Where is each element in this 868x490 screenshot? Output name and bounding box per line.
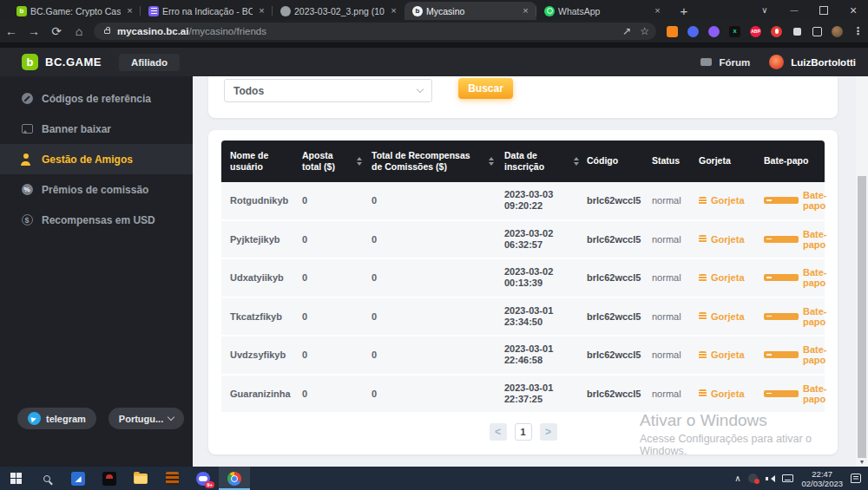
chat-link[interactable]: Bate-papo xyxy=(764,306,818,327)
page-scrollbar[interactable]: ▼ xyxy=(856,76,868,467)
maximize-button[interactable] xyxy=(809,0,838,20)
cell-rewards: 0 xyxy=(372,234,504,245)
taskbar-cheat-engine-app[interactable] xyxy=(156,467,187,490)
system-tray: ∧ 22:4702/03/2023 xyxy=(734,469,868,488)
minimize-button[interactable] xyxy=(779,0,809,20)
forward-icon[interactable]: → xyxy=(23,24,45,38)
tab-mycasino-active[interactable]: b Mycasino xyxy=(404,2,536,20)
folder-icon xyxy=(134,474,148,484)
menu-dots-icon[interactable]: ⋮ xyxy=(852,26,864,37)
share-icon[interactable]: ↗ xyxy=(622,25,631,37)
taskbar-game-app[interactable] xyxy=(94,467,125,490)
tip-link[interactable]: Gorjeta xyxy=(699,350,764,360)
sidebar-item-usd-rewards[interactable]: $ Recompensas em USD xyxy=(0,205,193,235)
prev-page-button[interactable]: < xyxy=(490,423,507,441)
side-panel-icon[interactable] xyxy=(812,27,822,36)
recorder-tray-icon[interactable] xyxy=(748,474,758,483)
profile-avatar[interactable] xyxy=(832,26,843,37)
chat-link[interactable]: Bate-papo xyxy=(764,267,818,288)
cell-code: brlc62wccl5 xyxy=(587,311,652,322)
address-bar[interactable]: mycasino.bc.ai/mycasino/friends ↗ ☆ xyxy=(94,23,656,40)
search-button[interactable]: Buscar xyxy=(458,78,513,99)
language-selector[interactable]: Portugu... xyxy=(108,408,184,429)
extensions-puzzle-icon[interactable] xyxy=(792,26,803,37)
metamask-icon[interactable] xyxy=(667,26,678,37)
close-icon[interactable] xyxy=(256,5,267,16)
tab-whatsapp[interactable]: WhatsApp xyxy=(536,2,668,20)
cheat-engine-icon xyxy=(166,472,179,485)
url-domain: mycasino.bc.ai xyxy=(117,26,188,36)
sidebar-item-referral-codes[interactable]: Códigos de referência xyxy=(0,83,193,114)
close-icon[interactable] xyxy=(652,5,663,16)
reload-icon[interactable]: ⟳ xyxy=(45,24,68,38)
sidebar-item-friends-management[interactable]: Gestão de Amigos xyxy=(0,144,193,174)
scrollbar-down-arrow-icon[interactable]: ▼ xyxy=(856,458,868,467)
taskbar-amd-app[interactable]: ◢ xyxy=(62,467,94,490)
tab-bcgame[interactable]: b BC.Game: Crypto Casino Gam xyxy=(9,2,141,20)
tip-link[interactable]: Gorjeta xyxy=(699,195,764,206)
user-avatar[interactable] xyxy=(769,55,784,69)
forum-link[interactable]: Fórum xyxy=(719,57,750,68)
new-tab-button[interactable]: + xyxy=(674,3,694,20)
column-header-rewards[interactable]: Total de Recompensas de Comissões ($) xyxy=(372,150,478,173)
hand-extension-icon[interactable] xyxy=(771,26,782,37)
start-button[interactable] xyxy=(0,467,31,490)
blue-extension-icon[interactable] xyxy=(687,26,699,37)
tray-expand-icon[interactable]: ∧ xyxy=(734,474,740,483)
bookmark-star-icon[interactable]: ☆ xyxy=(640,25,649,37)
tip-link[interactable]: Gorjeta xyxy=(699,311,764,322)
taskbar-chrome-app[interactable] xyxy=(219,467,250,490)
scrollbar-thumb[interactable] xyxy=(858,176,866,458)
tab-search-chevron-icon[interactable] xyxy=(750,0,779,20)
column-header-bet[interactable]: Aposta total ($) xyxy=(302,150,347,173)
tip-link[interactable]: Gorjeta xyxy=(699,389,764,399)
notification-center-icon[interactable] xyxy=(851,474,861,483)
taskbar-search-button[interactable] xyxy=(31,467,62,490)
next-page-button[interactable]: > xyxy=(540,423,557,441)
chat-link[interactable]: Bate-papo xyxy=(764,344,818,365)
sort-icon[interactable] xyxy=(478,154,504,168)
cell-code: brlc62wccl5 xyxy=(587,272,652,283)
sort-icon[interactable] xyxy=(347,154,372,168)
keyboard-icon[interactable] xyxy=(782,474,793,482)
main-area: Códigos de referência Banner baixar Gest… xyxy=(0,76,868,467)
close-window-button[interactable] xyxy=(838,0,868,20)
type-select[interactable]: Todos xyxy=(224,79,432,102)
url-text: mycasino.bc.ai/mycasino/friends xyxy=(117,26,614,36)
table-row: Rotgudnikyb 0 0 2023-03-0309:20:22 brlc6… xyxy=(221,182,825,221)
speaker-icon[interactable] xyxy=(766,474,774,483)
adblock-icon[interactable]: ABP xyxy=(750,26,761,37)
tab-erro-indicacao[interactable]: Erro na Indicação - BC.Game xyxy=(141,2,273,20)
tab-png-file[interactable]: 2023-03-02_3.png (1024×76 xyxy=(273,2,404,20)
home-icon[interactable]: ⌂ xyxy=(68,24,90,38)
chat-link[interactable]: Bate-papo xyxy=(764,229,818,250)
green-x-extension-icon[interactable]: X xyxy=(729,26,740,37)
taskbar-discord-app[interactable]: 9+ xyxy=(187,467,219,490)
column-header-date[interactable]: Data de inscrição xyxy=(504,150,565,173)
purple-extension-icon[interactable] xyxy=(708,26,720,37)
close-icon[interactable] xyxy=(520,5,531,16)
tip-link[interactable]: Gorjeta xyxy=(699,272,764,283)
sidebar-item-banner-download[interactable]: Banner baixar xyxy=(0,114,193,144)
telegram-button[interactable]: telegram xyxy=(17,408,96,429)
chat-link[interactable]: Bate-papo xyxy=(764,190,818,211)
affiliate-button[interactable]: Afiliado xyxy=(119,54,180,71)
link-icon xyxy=(21,93,33,105)
sort-icon[interactable] xyxy=(565,154,587,168)
clock-date: 02/03/2023 xyxy=(801,479,843,488)
chat-bubble-icon xyxy=(764,236,799,243)
bcgame-logo[interactable]: b xyxy=(22,54,38,70)
back-icon[interactable]: ← xyxy=(0,24,23,38)
cell-bet: 0 xyxy=(302,272,372,283)
cell-rewards: 0 xyxy=(372,350,504,360)
tip-link[interactable]: Gorjeta xyxy=(699,234,764,245)
page-number-button[interactable]: 1 xyxy=(515,423,532,441)
taskbar-clock[interactable]: 22:4702/03/2023 xyxy=(801,469,843,488)
sidebar-item-commission-rewards[interactable]: % Prêmios de comissão xyxy=(0,174,193,205)
close-icon[interactable] xyxy=(388,5,399,16)
chat-link[interactable]: Bate-papo xyxy=(764,383,818,404)
taskbar-file-explorer[interactable] xyxy=(125,467,156,490)
username[interactable]: LuizBortolotti xyxy=(791,57,856,68)
cell-status: normal xyxy=(652,195,699,206)
close-icon[interactable] xyxy=(124,5,135,16)
